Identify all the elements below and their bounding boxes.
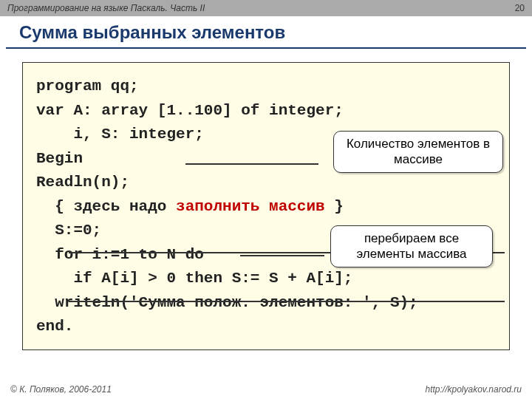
footer-url: http://kpolyakov.narod.ru bbox=[425, 384, 522, 395]
footer: © К. Поляков, 2006-2011 http://kpolyakov… bbox=[0, 384, 532, 395]
code-l11: end. bbox=[36, 315, 496, 339]
footer-copyright: © К. Поляков, 2006-2011 bbox=[10, 384, 112, 395]
code-l10: writeln('Сумма полож. элементов: ', S); bbox=[36, 291, 496, 316]
code-l6c: } bbox=[325, 198, 344, 215]
page-number: 20 bbox=[515, 3, 525, 13]
callout-iterate: перебираем все элементы массива bbox=[330, 225, 493, 267]
header-subject: Программирование на языке Паскаль. Часть… bbox=[7, 3, 205, 13]
code-l5: Readln(n); bbox=[36, 171, 496, 195]
callout-count: Количество элементов в массиве bbox=[333, 131, 503, 173]
code-l6b: заполнить массив bbox=[176, 198, 325, 215]
slide-title: Сумма выбранных элементов bbox=[6, 16, 526, 49]
header-bar: Программирование на языке Паскаль. Часть… bbox=[0, 0, 532, 16]
callout-line-2 bbox=[240, 255, 324, 256]
code-l6a: { здесь надо bbox=[36, 198, 176, 215]
callout-line-1 bbox=[185, 163, 318, 165]
code-l6: { здесь надо заполнить массив } bbox=[36, 195, 496, 219]
code-l2: var A: array [1..100] of integer; bbox=[36, 99, 496, 123]
code-box: program qq; var A: array [1..100] of int… bbox=[22, 62, 510, 350]
code-l1: program qq; bbox=[36, 75, 496, 99]
code-l9: if A[i] > 0 then S:= S + A[i]; bbox=[36, 267, 496, 291]
